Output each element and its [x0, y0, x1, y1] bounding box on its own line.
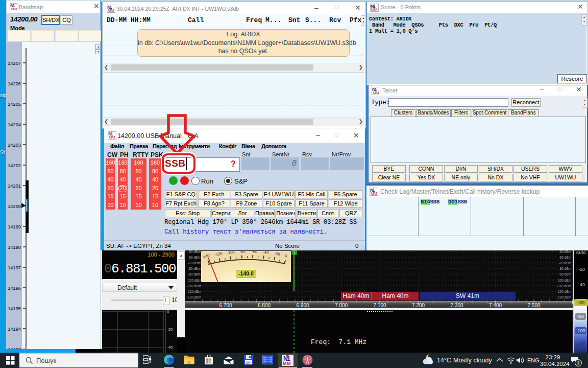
svg-text:MM: MM	[283, 361, 291, 366]
